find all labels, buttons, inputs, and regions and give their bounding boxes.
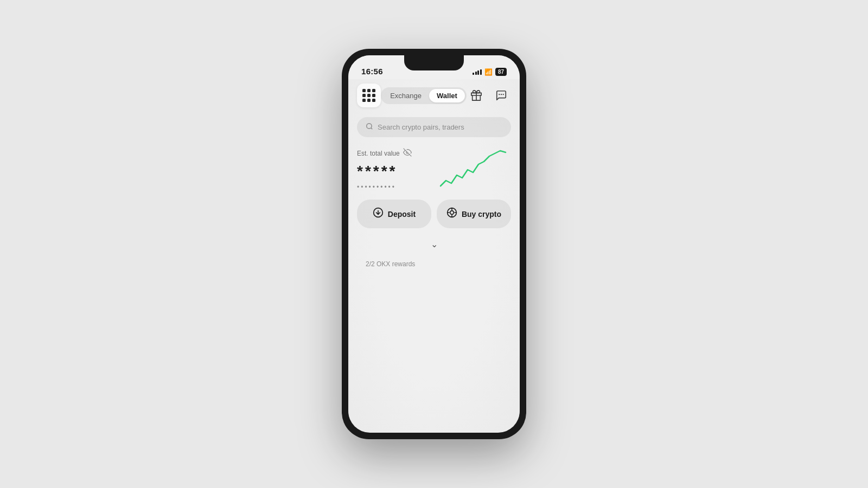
search-placeholder-text: Search crypto pairs, traders [378,123,464,131]
status-icons: 📶 87 [473,68,507,76]
phone-screen: 16:56 📶 87 [348,55,520,433]
notch [404,55,464,70]
tab-wallet[interactable]: Wallet [429,89,465,102]
svg-point-11 [450,211,454,215]
search-bar[interactable]: Search crypto pairs, traders [357,117,511,137]
svg-point-5 [367,124,372,129]
deposit-button[interactable]: Deposit [357,200,431,228]
battery-badge: 87 [495,68,507,76]
rewards-hint: 2/2 OKX rewards [357,256,511,272]
deposit-icon [373,207,384,221]
action-buttons: Deposit Buy crypto [357,200,511,228]
buy-crypto-label: Buy crypto [462,210,501,219]
gift-icon-button[interactable] [467,86,486,105]
deposit-label: Deposit [388,210,416,219]
nav-bar: Exchange Wallet [357,79,511,112]
buy-crypto-icon [446,207,457,221]
tab-exchange[interactable]: Exchange [382,89,429,102]
hide-balance-icon[interactable] [403,148,412,158]
status-time: 16:56 [361,67,383,76]
chevron-row: ⌄ [357,237,511,252]
nav-tabs: Exchange Wallet [381,87,467,104]
signal-icon [473,69,482,75]
nav-right-icons [467,86,511,105]
wifi-icon: 📶 [484,68,493,76]
chat-icon-button[interactable] [492,86,511,105]
chart-area [441,148,511,197]
search-icon [366,123,373,132]
phone-outer: 16:56 📶 87 [342,49,526,439]
grid-menu-button[interactable] [357,84,381,107]
grid-icon [362,89,375,102]
chevron-down-icon[interactable]: ⌄ [431,239,438,249]
value-section: Est. total value ***** •••••••••• [357,148,511,191]
buy-crypto-button[interactable]: Buy crypto [437,200,511,228]
svg-line-6 [371,128,373,130]
